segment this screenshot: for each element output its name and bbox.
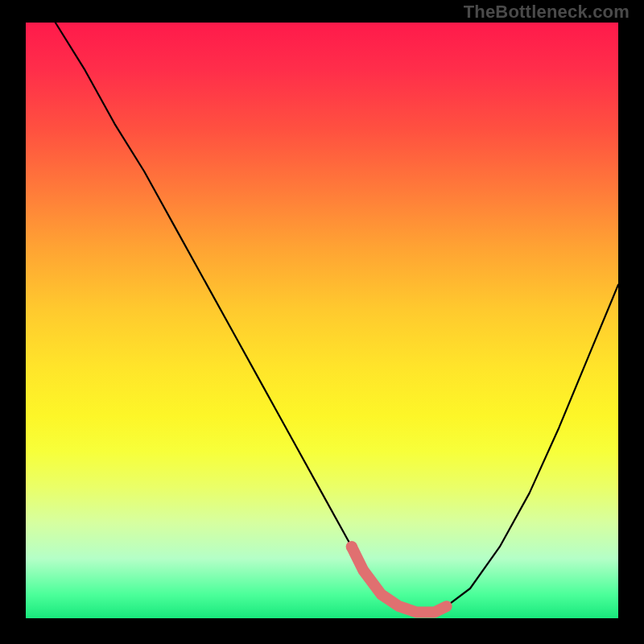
highlight-dot [346, 541, 357, 552]
plot-gradient-area [26, 23, 618, 618]
chart-frame: TheBottleneck.com [0, 0, 644, 644]
highlight-segment [352, 547, 447, 612]
curve-path [56, 23, 618, 613]
watermark-text: TheBottleneck.com [464, 2, 630, 23]
chart-svg [26, 23, 618, 618]
